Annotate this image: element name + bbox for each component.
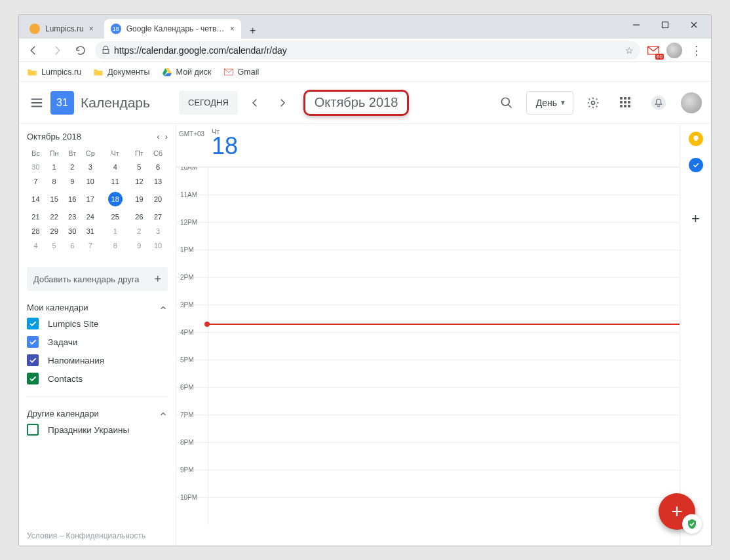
- prev-button[interactable]: [244, 92, 265, 113]
- mini-calendar[interactable]: ВсПнВтСрЧтПтСб 3012345678910111213141516…: [27, 147, 168, 253]
- ext-gmail-icon[interactable]: 60: [645, 43, 661, 58]
- day-number[interactable]: 18: [212, 134, 680, 158]
- hamburger-icon[interactable]: [29, 96, 44, 110]
- mini-day[interactable]: 2: [64, 160, 81, 174]
- gear-icon[interactable]: [580, 90, 606, 116]
- mini-prev-button[interactable]: ‹: [157, 132, 159, 141]
- mini-day[interactable]: 30: [27, 160, 45, 174]
- mini-day[interactable]: 30: [64, 224, 81, 238]
- mini-next-button[interactable]: ›: [165, 132, 168, 141]
- footer-links[interactable]: Условия – Конфиденциальность: [27, 525, 168, 540]
- mini-day[interactable]: 10: [81, 174, 100, 189]
- calendar-item[interactable]: Задачи: [27, 336, 168, 348]
- mini-day[interactable]: 18: [100, 189, 130, 210]
- mini-day[interactable]: 24: [81, 210, 100, 224]
- mini-day[interactable]: 26: [130, 210, 148, 224]
- hour-row[interactable]: 9PM: [176, 470, 680, 497]
- mini-day[interactable]: 3: [81, 160, 100, 174]
- today-button[interactable]: СЕГОДНЯ: [179, 91, 238, 115]
- hour-row[interactable]: 2PM: [176, 277, 680, 305]
- mini-day[interactable]: 29: [45, 224, 64, 238]
- mini-day[interactable]: 8: [45, 174, 64, 189]
- hour-row[interactable]: 11AM: [176, 195, 680, 222]
- mini-day[interactable]: 7: [81, 238, 100, 253]
- mini-day[interactable]: 28: [27, 224, 45, 238]
- mini-day[interactable]: 6: [64, 238, 81, 253]
- calendar-item[interactable]: Lumpics Site: [27, 318, 168, 329]
- new-tab-button[interactable]: +: [245, 23, 261, 39]
- mini-day[interactable]: 31: [81, 224, 100, 238]
- mini-day[interactable]: 12: [130, 174, 148, 189]
- reload-button[interactable]: [71, 41, 90, 60]
- mini-day[interactable]: 27: [148, 210, 168, 224]
- mini-day[interactable]: 5: [45, 238, 64, 253]
- view-switcher[interactable]: День▼: [526, 91, 573, 115]
- hour-row[interactable]: 5PM: [176, 360, 680, 387]
- mini-day[interactable]: 10: [148, 238, 168, 253]
- hour-row[interactable]: 8PM: [176, 442, 680, 470]
- forward-button[interactable]: [48, 41, 66, 60]
- hour-row[interactable]: 10AM: [176, 167, 680, 195]
- mini-day[interactable]: 13: [148, 174, 168, 189]
- calendar-item[interactable]: Напоминания: [27, 354, 168, 366]
- mini-day[interactable]: 16: [64, 189, 81, 210]
- mini-day[interactable]: 9: [130, 238, 148, 253]
- mini-day[interactable]: 1: [100, 224, 130, 238]
- mini-day[interactable]: 20: [148, 189, 168, 210]
- add-addon-button[interactable]: +: [691, 210, 700, 227]
- hour-row[interactable]: 7PM: [176, 415, 680, 442]
- hour-row[interactable]: 3PM: [176, 305, 680, 332]
- bookmark-item[interactable]: Мой диск: [162, 67, 212, 77]
- hour-row[interactable]: 12PM: [176, 222, 680, 250]
- mini-day[interactable]: 7: [27, 174, 45, 189]
- back-button[interactable]: [24, 41, 43, 60]
- bookmark-item[interactable]: Lumpics.ru: [27, 67, 81, 77]
- bookmark-item[interactable]: Документы: [93, 67, 149, 77]
- mini-day[interactable]: 11: [100, 174, 130, 189]
- checkbox-icon[interactable]: [27, 424, 39, 436]
- keep-icon[interactable]: [689, 132, 703, 146]
- hour-row[interactable]: 10PM: [176, 497, 680, 525]
- checkbox-icon[interactable]: [27, 354, 39, 366]
- mini-day[interactable]: 17: [81, 189, 100, 210]
- calendar-item[interactable]: Contacts: [27, 373, 168, 384]
- collapse-icon[interactable]: [159, 303, 168, 312]
- tab-lumpics[interactable]: Lumpics.ru ×: [23, 19, 100, 39]
- mini-day[interactable]: 4: [27, 238, 45, 253]
- close-icon[interactable]: ×: [89, 24, 94, 33]
- mini-day[interactable]: 22: [45, 210, 64, 224]
- minimize-button[interactable]: [622, 15, 651, 35]
- url-bar[interactable]: https://calendar.google.com/calendar/r/d…: [95, 41, 640, 60]
- tasks-icon[interactable]: [689, 158, 703, 172]
- hour-row[interactable]: 6PM: [176, 387, 680, 415]
- mini-day[interactable]: 15: [45, 189, 64, 210]
- apps-grid-icon[interactable]: [613, 90, 639, 116]
- mini-day[interactable]: 4: [100, 160, 130, 174]
- calendar-item[interactable]: Праздники Украины: [27, 424, 168, 436]
- mini-day[interactable]: 3: [148, 224, 168, 238]
- mini-day[interactable]: 25: [100, 210, 130, 224]
- close-icon[interactable]: ×: [230, 24, 235, 33]
- time-grid[interactable]: 10AM11AM12PM1PM2PM3PM4PM5PM6PM7PM8PM9PM1…: [176, 167, 680, 546]
- mini-day[interactable]: 19: [130, 189, 148, 210]
- account-avatar[interactable]: [678, 90, 704, 116]
- hour-row[interactable]: 4PM: [176, 332, 680, 360]
- checkbox-icon[interactable]: [27, 336, 39, 348]
- mini-day[interactable]: 23: [64, 210, 81, 224]
- adblock-icon[interactable]: [682, 514, 702, 534]
- mini-day[interactable]: 6: [148, 160, 168, 174]
- search-icon[interactable]: [493, 90, 520, 116]
- star-icon[interactable]: ☆: [625, 45, 634, 56]
- next-button[interactable]: [272, 92, 293, 113]
- mini-day[interactable]: 8: [100, 238, 130, 253]
- hour-row[interactable]: 1PM: [176, 250, 680, 277]
- collapse-icon[interactable]: [159, 409, 168, 419]
- bookmark-item[interactable]: Gmail: [223, 67, 259, 77]
- tab-calendar[interactable]: 18 Google Календарь - четверг, 18 ×: [104, 19, 241, 39]
- chrome-menu-icon[interactable]: ⋮: [687, 41, 706, 60]
- notifications-icon[interactable]: [645, 90, 672, 116]
- add-friend-calendar-input[interactable]: Добавить календарь друга +: [27, 267, 168, 291]
- mini-day[interactable]: 1: [45, 160, 64, 174]
- mini-day[interactable]: 21: [27, 210, 45, 224]
- mini-day[interactable]: 9: [64, 174, 81, 189]
